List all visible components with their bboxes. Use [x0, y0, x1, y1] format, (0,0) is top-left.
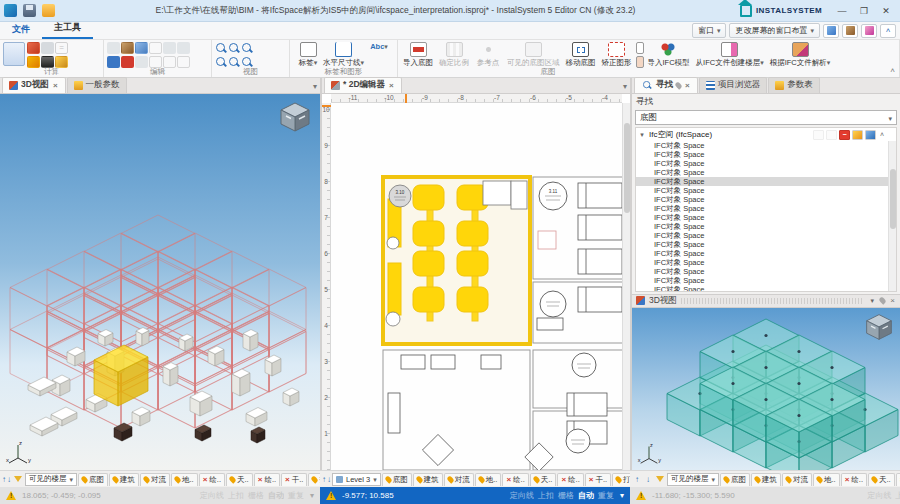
tab-project-browser[interactable]: 项目浏览器 — [699, 77, 768, 93]
tree-scrollbar[interactable] — [888, 141, 896, 291]
ifc-object-row[interactable]: IFC对象 Space — [636, 231, 888, 240]
ifc-object-row[interactable]: IFC对象 Space — [636, 141, 888, 150]
import-ifc-button[interactable]: 导入IFC模型 — [646, 42, 692, 68]
layer-tab[interactable]: ×对流 — [444, 473, 474, 486]
close-tab-icon[interactable]: × — [388, 81, 395, 90]
layout-grid-icon[interactable] — [823, 24, 839, 38]
layer-tab[interactable]: ×绘.. — [199, 473, 225, 486]
warning-icon[interactable] — [326, 491, 336, 500]
floor-select[interactable]: Level 3 — [332, 473, 381, 486]
collapse-node-icon[interactable]: ▾ — [638, 131, 646, 139]
tab-3d-view[interactable]: 3D视图 × — [2, 77, 66, 93]
status-menu-icon[interactable]: ▾ — [620, 491, 624, 500]
layer-tab[interactable]: ×地.. — [475, 473, 502, 486]
floor-up-icon[interactable]: ↑ — [632, 475, 642, 484]
layer-tab[interactable]: ×绘.. — [557, 473, 583, 486]
mode-toggle[interactable]: 上扣 — [228, 490, 244, 501]
ifc-object-row[interactable]: IFC对象 Space — [636, 240, 888, 249]
mode-toggle[interactable]: 栅格 — [558, 490, 574, 501]
tab-parameter-table[interactable]: 参数表 — [768, 77, 820, 93]
floor-up-icon[interactable]: ↑ — [322, 475, 326, 484]
2d-editor-viewport[interactable]: -11-10-9-8-7-6-5-4 10987654321 — [322, 94, 630, 470]
ifc-object-row[interactable]: IFC对象 Space — [636, 249, 888, 258]
left-3d-viewport[interactable]: z x y — [0, 94, 320, 470]
layer-tab[interactable]: ×底图 — [78, 473, 108, 486]
visible-floors-select[interactable]: 可见的楼层 — [25, 473, 77, 486]
ifc-object-row[interactable]: IFC对象 Space — [636, 222, 888, 231]
mode-toggle[interactable]: 重复 — [598, 490, 614, 501]
create-floors-from-ifc-button[interactable]: 从IFC文件创建楼层 — [694, 42, 766, 68]
mode-toggle[interactable]: 重复 — [288, 490, 304, 501]
undo-icon[interactable] — [135, 42, 148, 54]
zoom-previous-icon[interactable] — [241, 42, 253, 54]
filter-icon[interactable] — [14, 476, 22, 482]
floor-up-icon[interactable]: ↑ — [2, 475, 6, 484]
toggle-b-icon[interactable] — [636, 56, 644, 68]
ifc-object-row[interactable]: IFC对象 Space — [636, 204, 888, 213]
right-3d-header[interactable]: 3D视图 ▾ × — [632, 294, 900, 308]
zoom-extent-icon[interactable] — [228, 42, 240, 54]
open-folder-icon[interactable] — [42, 4, 55, 17]
mode-toggle[interactable]: 定向线 — [510, 490, 534, 501]
parse-from-ifc-button[interactable]: 根据IFC文件解析 — [768, 42, 833, 68]
warning-icon[interactable] — [636, 491, 646, 500]
calculate-icon[interactable] — [3, 42, 25, 66]
ifc-object-row[interactable]: IFC对象 Space — [636, 168, 888, 177]
layer-tab[interactable]: ×天.. — [226, 473, 253, 486]
layer-tab[interactable]: ×绘.. — [841, 473, 867, 486]
find-filter-select[interactable]: 底图 — [635, 110, 897, 125]
layer-tab[interactable]: ×建筑 — [413, 473, 443, 486]
save-icon[interactable] — [23, 4, 36, 17]
hdim-button[interactable]: 水平尺寸线 — [325, 42, 362, 68]
ifc-object-row[interactable]: IFC对象 Space — [636, 159, 888, 168]
import-basemap-button[interactable]: 导入底图 — [401, 42, 435, 68]
layer-tab[interactable]: ×建筑 — [109, 473, 139, 486]
warning-icon[interactable] — [6, 491, 16, 500]
ifc-object-row[interactable]: IFC对象 Space — [636, 276, 888, 285]
layer-tab[interactable]: ×天.. — [868, 473, 895, 486]
tab-find[interactable]: 寻找 × — [634, 77, 698, 93]
layer-tab[interactable]: ×底图 — [382, 473, 412, 486]
close-tab-icon[interactable]: × — [684, 81, 691, 90]
layer-tab[interactable]: ×干.. — [281, 473, 307, 486]
ifc-object-row[interactable]: IFC对象 Space — [636, 267, 888, 276]
layer-tab[interactable]: ×地.. — [813, 473, 840, 486]
filter-icon[interactable] — [656, 476, 664, 482]
maximize-button[interactable]: ❐ — [854, 3, 874, 19]
mode-toggle[interactable]: 上扣 — [895, 490, 900, 501]
ifc-object-list[interactable]: IFC对象 SpaceIFC对象 SpaceIFC对象 SpaceIFC对象 S… — [636, 141, 888, 291]
collapse-ribbon-icon[interactable]: ˄ — [890, 66, 895, 75]
drag-handle[interactable] — [681, 298, 864, 304]
highlight-node-icon[interactable] — [865, 130, 876, 140]
floorplan-canvas[interactable]: 3.10 3.11 — [331, 103, 622, 470]
ifc-object-row[interactable]: IFC对象 Space — [636, 258, 888, 267]
layer-tab[interactable]: ×打印 — [308, 473, 320, 486]
floor-down-icon[interactable]: ↓ — [327, 475, 331, 484]
layer-tab[interactable]: ×绘.. — [502, 473, 528, 486]
window-menu-button[interactable]: 窗口 — [692, 23, 727, 38]
status-menu-icon[interactable]: ▾ — [310, 491, 314, 500]
abc-button[interactable]: Abc — [364, 42, 394, 51]
layer-tab[interactable]: ×绘.. — [254, 473, 280, 486]
visible-floors-select[interactable]: 可见的楼层 — [667, 473, 719, 486]
close-tab-icon[interactable]: × — [52, 81, 59, 90]
layer-tab[interactable]: ×地.. — [171, 473, 198, 486]
layer-tab[interactable]: ×对流 — [782, 473, 812, 486]
minimize-button[interactable]: — — [832, 3, 852, 19]
theme-icon[interactable] — [861, 24, 877, 38]
pin-icon[interactable] — [879, 296, 887, 304]
collapse-panel-icon[interactable]: ˄ — [880, 24, 896, 38]
deselect-icon[interactable] — [826, 130, 837, 140]
layer-tab[interactable]: ×天.. — [530, 473, 557, 486]
layer-tab[interactable]: ×底图 — [720, 473, 750, 486]
calc-option-icon[interactable] — [27, 42, 40, 54]
floor-down-icon[interactable]: ↓ — [643, 475, 653, 484]
mode-toggle[interactable]: 定向线 — [200, 490, 224, 501]
ifc-object-row[interactable]: IFC对象 Space — [636, 213, 888, 222]
pin-icon[interactable] — [674, 81, 682, 89]
mode-toggle[interactable]: 上扣 — [538, 490, 554, 501]
label-button[interactable]: 标签 — [293, 42, 323, 68]
layer-tab[interactable]: ×绘.. — [896, 473, 900, 486]
mode-toggle[interactable]: 自动 — [268, 490, 284, 501]
move-basemap-button[interactable]: 移动底图 — [564, 42, 598, 68]
